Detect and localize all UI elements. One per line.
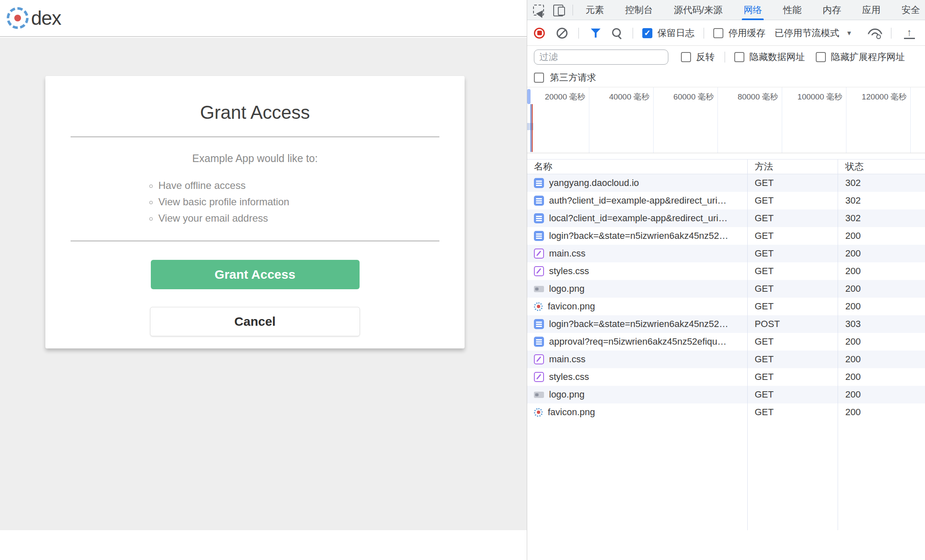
tab-控制台[interactable]: 控制台	[625, 0, 653, 20]
timeline-overview[interactable]: 20000 毫秒40000 毫秒60000 毫秒80000 毫秒100000 毫…	[527, 87, 925, 153]
third-party-label: 第三方请求	[550, 71, 596, 84]
throttling-select[interactable]: 已停用节流模式	[775, 27, 839, 39]
gear-icon	[876, 34, 881, 39]
tab-安全[interactable]: 安全	[901, 0, 920, 20]
request-name: main.css	[549, 354, 586, 365]
network-filter-bar: 反转 隐藏数据网址 隐藏扩展程序网址	[527, 46, 925, 68]
disable-cache-checkbox[interactable]	[713, 28, 723, 38]
request-method: GET	[747, 230, 837, 241]
invert-checkbox[interactable]	[681, 52, 691, 62]
request-row[interactable]: logo.pngGET200	[527, 386, 925, 403]
document-icon	[534, 231, 544, 241]
request-status: 200	[837, 407, 925, 418]
chevron-down-icon[interactable]: ▼	[846, 29, 852, 37]
request-row[interactable]: yangyang.daocloud.ioGET302	[527, 174, 925, 192]
request-row[interactable]: favicon.pngGET200	[527, 298, 925, 315]
request-row[interactable]: auth?client_id=example-app&redirect_uri……	[527, 192, 925, 209]
timeline-gridline	[782, 87, 782, 153]
column-divider[interactable]	[838, 159, 838, 530]
third-party-checkbox[interactable]	[534, 73, 544, 83]
import-har-icon[interactable]: ↑	[904, 27, 915, 39]
request-row[interactable]: approval?req=n5izwrien6akz45nz52efiqu…GE…	[527, 333, 925, 351]
timeline-tick-label: 100000 毫秒	[797, 92, 842, 102]
grant-access-button[interactable]: Grant Access	[151, 260, 360, 289]
favicon-icon	[534, 302, 543, 311]
record-icon[interactable]	[534, 28, 545, 39]
devtools-tabbar: 元素控制台源代码/来源网络性能内存应用安全	[527, 0, 925, 20]
timeline-gridline	[717, 87, 718, 153]
tab-内存[interactable]: 内存	[823, 0, 841, 20]
image-icon	[534, 286, 544, 292]
request-status: 200	[837, 230, 925, 241]
page-bottom-strip	[0, 530, 527, 560]
search-icon[interactable]	[612, 28, 623, 39]
stylesheet-icon	[534, 354, 544, 364]
request-row[interactable]: styles.cssGET200	[527, 262, 925, 280]
request-row[interactable]: local?client_id=example-app&redirect_uri…	[527, 209, 925, 227]
network-conditions-icon[interactable]	[867, 27, 882, 39]
hide-extension-urls-checkbox[interactable]	[816, 52, 826, 62]
request-name: yangyang.daocloud.io	[549, 178, 639, 188]
permission-list: Have offline accessView basic profile in…	[142, 177, 368, 226]
request-status: 200	[837, 336, 925, 347]
request-method: GET	[747, 407, 837, 418]
request-status: 200	[837, 248, 925, 259]
table-header: 名称 方法 状态	[527, 159, 925, 174]
filter-icon[interactable]	[591, 29, 601, 38]
request-status: 302	[837, 195, 925, 206]
device-toolbar-icon[interactable]	[553, 5, 565, 16]
inspect-element-icon[interactable]	[533, 5, 544, 16]
clear-icon[interactable]	[557, 28, 568, 39]
request-row[interactable]: login?back=&state=n5izwrien6akz45nz52…PO…	[527, 315, 925, 333]
timeline-handle[interactable]	[527, 89, 531, 104]
timeline-gridline	[910, 87, 911, 153]
request-row[interactable]: favicon.pngGET200	[527, 403, 925, 421]
timeline-tick-label: 40000 毫秒	[609, 92, 649, 102]
request-row[interactable]: main.cssGET200	[527, 351, 925, 368]
filter-input[interactable]	[534, 50, 668, 65]
request-name: logo.png	[549, 283, 584, 294]
request-row[interactable]: logo.pngGET200	[527, 280, 925, 298]
tab-性能[interactable]: 性能	[783, 0, 801, 20]
request-row[interactable]: login?back=&state=n5izwrien6akz45nz52…GE…	[527, 227, 925, 245]
request-method: GET	[747, 354, 837, 365]
hide-data-urls-checkbox[interactable]	[734, 52, 744, 62]
divider	[578, 28, 579, 39]
request-method: GET	[747, 195, 837, 206]
consent-card: Grant Access Example App would like to: …	[45, 76, 465, 348]
column-header-status[interactable]: 状态	[837, 160, 925, 173]
request-name: login?back=&state=n5izwrien6akz45nz52…	[549, 230, 728, 241]
timeline-activity-red	[532, 104, 533, 152]
timeline-tick-label: 20000 毫秒	[545, 92, 585, 102]
card-title: Grant Access	[45, 102, 465, 123]
request-method: GET	[747, 372, 837, 382]
tab-元素[interactable]: 元素	[586, 0, 604, 20]
request-name: local?client_id=example-app&redirect_uri…	[549, 213, 728, 224]
request-name: styles.css	[549, 372, 589, 382]
column-header-name[interactable]: 名称	[527, 160, 747, 173]
divider	[71, 241, 439, 241]
request-method: GET	[747, 248, 837, 259]
column-header-method[interactable]: 方法	[747, 160, 837, 173]
tab-应用[interactable]: 应用	[862, 0, 880, 20]
tab-源代码/来源[interactable]: 源代码/来源	[674, 0, 723, 20]
timeline-tick-label: 80000 毫秒	[738, 92, 778, 102]
cancel-button[interactable]: Cancel	[150, 307, 360, 336]
preserve-log-checkbox[interactable]: ✓	[642, 28, 652, 38]
divider	[725, 52, 725, 63]
permission-item: View basic profile information	[158, 194, 368, 210]
request-row[interactable]: styles.cssGET200	[527, 368, 925, 386]
preserve-log-label: 保留日志	[657, 27, 694, 39]
request-row[interactable]: main.cssGET200	[527, 245, 925, 262]
stylesheet-icon	[534, 249, 544, 259]
request-name: logo.png	[549, 389, 584, 400]
tab-网络[interactable]: 网络	[744, 0, 762, 20]
timeline-gridline	[653, 87, 654, 153]
column-divider[interactable]	[747, 159, 748, 530]
document-icon	[534, 319, 544, 329]
network-toolbar: ✓ 保留日志 停用缓存 已停用节流模式 ▼ ↑	[527, 21, 925, 46]
request-table: 名称 方法 状态 yangyang.daocloud.ioGET302auth?…	[527, 159, 925, 421]
request-method: GET	[747, 336, 837, 347]
request-method: GET	[747, 283, 837, 294]
request-status: 200	[837, 389, 925, 400]
